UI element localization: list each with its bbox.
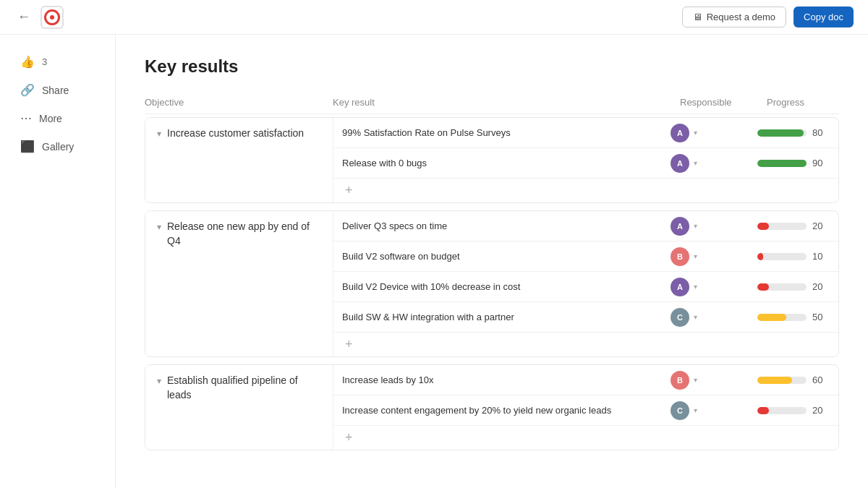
key-result-text: Deliver Q3 specs on time [342, 213, 671, 239]
key-result-text: Increase leads by 10x [342, 367, 671, 393]
objective-group-2: ▾ Establish qualified pipeline of leads … [145, 364, 839, 450]
progress-bar-background [757, 253, 807, 260]
responsible-chevron[interactable]: ▾ [694, 283, 697, 291]
key-result-text: 99% Satisfaction Rate on Pulse Surveys [342, 120, 671, 145]
header-objective: Objective [145, 97, 333, 108]
progress-cell: 20 [757, 405, 830, 416]
header-key-result: Key result [333, 97, 680, 108]
key-result-text: Increase content engagement by 20% to yi… [342, 398, 671, 423]
progress-bar-background [757, 377, 807, 384]
objective-text: Establish qualified pipeline of leads [167, 374, 321, 402]
request-demo-button[interactable]: 🖥 Request a demo [682, 7, 786, 27]
add-key-result-row: + [333, 426, 838, 450]
request-demo-icon: 🖥 [693, 12, 702, 22]
gallery-icon: ⬛ [20, 140, 35, 153]
progress-number: 10 [812, 251, 830, 262]
responsible-cell: B ▾ [671, 247, 757, 266]
collapse-chevron[interactable]: ▾ [157, 376, 161, 386]
page-title: Key results [145, 56, 839, 77]
progress-bar-fill [757, 283, 769, 291]
copy-doc-button[interactable]: Copy doc [793, 7, 854, 27]
objective-cell: ▾ Establish qualified pipeline of leads [145, 365, 333, 450]
key-result-text: Build SW & HW integration with a partner [342, 304, 671, 330]
objective-text: Increase customer satisfaction [167, 127, 304, 141]
progress-bar-fill [757, 407, 769, 414]
progress-number: 90 [812, 158, 830, 168]
responsible-cell: A ▾ [671, 217, 757, 236]
objective-group-0: ▾ Increase customer satisfaction 99% Sat… [145, 117, 839, 203]
add-key-result-button[interactable]: + [342, 430, 356, 445]
key-results-column: Increase leads by 10x B ▾ 60 Increase co… [333, 365, 838, 450]
collapse-chevron[interactable]: ▾ [157, 222, 161, 232]
progress-cell: 80 [757, 127, 830, 138]
key-result-row: Build SW & HW integration with a partner… [333, 302, 838, 333]
share-icon: 🔗 [20, 83, 35, 97]
objective-text: Release one new app by end of Q4 [167, 220, 321, 248]
key-results-column: Deliver Q3 specs on time A ▾ 20 Build V2… [333, 211, 838, 356]
share-label: Share [42, 85, 69, 96]
header-responsible: Responsible [680, 97, 767, 108]
progress-cell: 50 [757, 312, 830, 322]
key-result-row: Increase leads by 10x B ▾ 60 [333, 365, 838, 395]
sidebar: 👍 3 🔗 Share ⋯ More ⬛ Gallery [0, 35, 116, 488]
progress-bar-fill [757, 253, 763, 260]
key-result-row: Increase content engagement by 20% to yi… [333, 395, 838, 426]
key-result-text: Build V2 Device with 10% decrease in cos… [342, 274, 671, 299]
progress-bar-background [757, 283, 807, 291]
collapse-chevron[interactable]: ▾ [157, 129, 161, 139]
header-progress: Progress [767, 97, 839, 108]
gallery-label: Gallery [42, 141, 74, 153]
objective-cell: ▾ Release one new app by end of Q4 [145, 211, 333, 356]
progress-bar-background [757, 223, 807, 230]
more-icon: ⋯ [20, 111, 32, 125]
progress-cell: 20 [757, 281, 830, 292]
add-key-result-button[interactable]: + [342, 337, 356, 352]
progress-number: 20 [812, 281, 830, 292]
sidebar-item-share[interactable]: 🔗 Share [6, 77, 109, 103]
responsible-cell: A ▾ [671, 278, 757, 296]
progress-bar-background [757, 160, 807, 167]
progress-cell: 10 [757, 251, 830, 262]
likes-count: 3 [42, 56, 47, 67]
objective-cell: ▾ Increase customer satisfaction [145, 118, 333, 202]
responsible-chevron[interactable]: ▾ [694, 159, 697, 167]
thumbs-up-icon: 👍 [20, 55, 35, 69]
responsible-chevron[interactable]: ▾ [694, 129, 697, 137]
progress-bar-background [757, 314, 807, 321]
objective-row: ▾ Release one new app by end of Q4 Deliv… [145, 211, 838, 356]
progress-number: 20 [812, 405, 830, 416]
progress-number: 20 [812, 221, 830, 231]
progress-bar-fill [757, 160, 807, 167]
progress-bar-fill [757, 129, 804, 137]
progress-bar-fill [757, 223, 769, 230]
main-content: Key results Objective Key result Respons… [116, 35, 868, 488]
key-result-row: Build V2 Device with 10% decrease in cos… [333, 272, 838, 302]
sidebar-item-more[interactable]: ⋯ More [6, 106, 109, 131]
table-header: Objective Key result Responsible Progres… [145, 94, 839, 114]
responsible-chevron[interactable]: ▾ [694, 376, 697, 384]
sidebar-item-gallery[interactable]: ⬛ Gallery [6, 134, 109, 159]
responsible-chevron[interactable]: ▾ [694, 252, 697, 260]
sidebar-item-likes[interactable]: 👍 3 [6, 49, 109, 74]
key-result-row: 99% Satisfaction Rate on Pulse Surveys A… [333, 118, 838, 148]
key-results-column: 99% Satisfaction Rate on Pulse Surveys A… [333, 118, 838, 202]
responsible-cell: A ▾ [671, 124, 757, 142]
key-result-text: Build V2 software on budget [342, 244, 671, 269]
responsible-chevron[interactable]: ▾ [694, 406, 697, 414]
responsible-chevron[interactable]: ▾ [694, 222, 697, 230]
progress-bar-background [757, 129, 807, 137]
responsible-cell: B ▾ [671, 371, 757, 390]
progress-bar-background [757, 407, 807, 414]
progress-number: 80 [812, 127, 830, 138]
progress-bar-fill [757, 314, 786, 321]
add-key-result-row: + [333, 333, 838, 356]
add-key-result-row: + [333, 179, 838, 202]
responsible-cell: A ▾ [671, 154, 757, 173]
progress-bar-fill [757, 377, 792, 384]
app-logo [41, 6, 64, 29]
responsible-chevron[interactable]: ▾ [694, 313, 697, 321]
objective-group-1: ▾ Release one new app by end of Q4 Deliv… [145, 210, 839, 357]
back-button[interactable]: ← [14, 7, 33, 27]
objective-row: ▾ Increase customer satisfaction 99% Sat… [145, 118, 838, 202]
add-key-result-button[interactable]: + [342, 183, 356, 198]
